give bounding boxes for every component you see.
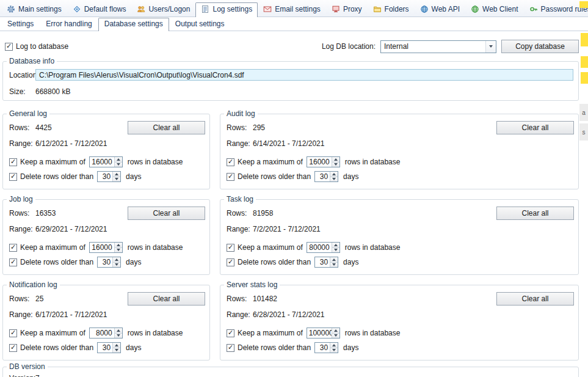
keep-maximum-spinner[interactable]: 100000 — [307, 328, 340, 339]
spinner-up-down-buttons[interactable] — [114, 328, 122, 338]
keep-maximum-spinner[interactable]: 16000 — [307, 156, 340, 167]
clear-all-button[interactable]: Clear all — [128, 292, 205, 306]
tab-default-flows[interactable]: Default flows — [67, 2, 132, 16]
keep-maximum-checkbox[interactable] — [227, 158, 234, 166]
delete-older-spinner[interactable]: 30 — [97, 342, 121, 353]
spinner-down-icon[interactable] — [115, 333, 122, 339]
spinner-up-down-buttons[interactable] — [330, 172, 338, 181]
tab-password-rules[interactable]: Password rules — [524, 2, 588, 16]
clear-all-button[interactable]: Clear all — [128, 121, 205, 134]
delete-older-spinner[interactable]: 30 — [97, 257, 121, 268]
spinner-down-icon[interactable] — [113, 348, 120, 353]
keep-maximum-checkbox[interactable] — [227, 244, 234, 252]
log-groupbox-body: Rows: 81958 Clear all Range: 7/2/2021 - … — [220, 200, 578, 274]
spinner-down-icon[interactable] — [332, 247, 339, 253]
spinner-down-icon[interactable] — [332, 162, 339, 167]
spinner-up-down-buttons[interactable] — [332, 328, 339, 338]
spinner-up-icon[interactable] — [330, 343, 338, 348]
subtab-settings[interactable]: Settings — [1, 18, 40, 31]
rows-value: 101482 — [253, 295, 277, 303]
spinner-up-down-buttons[interactable] — [112, 257, 120, 267]
spinner-down-icon[interactable] — [115, 247, 122, 253]
db-location-cluster: Log DB location: Internal Copy database — [322, 40, 579, 53]
gear-icon — [7, 5, 15, 13]
clear-all-button[interactable]: Clear all — [496, 292, 574, 306]
tab-email-settings[interactable]: Email settings — [258, 2, 326, 16]
spinner-up-icon[interactable] — [113, 257, 120, 262]
delete-older-checkbox[interactable] — [227, 258, 234, 266]
database-location-field[interactable]: C:\Program Files\Alerus\VisualCron\Outpu… — [35, 69, 573, 81]
log-groupbox-body: Rows: 101482 Clear all Range: 6/28/2021 … — [220, 285, 578, 360]
keep-maximum-checkbox[interactable] — [9, 329, 17, 337]
spinner-up-icon[interactable] — [330, 172, 338, 177]
delete-older-spinner[interactable]: 30 — [314, 171, 338, 182]
tab-users-logon[interactable]: Users/Logon — [131, 2, 195, 16]
delete-older-checkbox[interactable] — [9, 173, 17, 181]
spinner-down-icon[interactable] — [330, 177, 338, 182]
spinner-up-icon[interactable] — [332, 328, 339, 333]
keep-maximum-value: 100000 — [307, 328, 332, 338]
keep-maximum-spinner[interactable]: 8000 — [89, 328, 123, 339]
delete-older-label: Delete rows older than — [20, 172, 93, 181]
spinner-down-icon[interactable] — [113, 262, 120, 268]
spinner-up-down-buttons[interactable] — [332, 243, 339, 252]
spinner-up-down-buttons[interactable] — [114, 157, 122, 167]
delete-older-spinner[interactable]: 30 — [314, 257, 338, 268]
keep-maximum-spinner[interactable]: 80000 — [307, 242, 340, 253]
keep-maximum-checkbox[interactable] — [9, 158, 17, 166]
spinner-up-down-buttons[interactable] — [332, 157, 339, 167]
log-to-database-checkbox[interactable] — [5, 43, 13, 51]
rows-row: Rows: 25 Clear all — [7, 291, 205, 306]
spinner-down-icon[interactable] — [113, 177, 120, 182]
keep-maximum-spinner[interactable]: 16000 — [89, 242, 123, 253]
clear-all-button[interactable]: Clear all — [496, 207, 574, 220]
spinner-up-down-buttons[interactable] — [112, 172, 120, 181]
delete-older-checkbox[interactable] — [227, 344, 234, 352]
clear-all-button[interactable]: Clear all — [128, 207, 205, 220]
subtab-output-settings[interactable]: Output settings — [169, 18, 231, 31]
keep-maximum-spinner[interactable]: 16000 — [89, 156, 123, 167]
keep-maximum-checkbox[interactable] — [227, 329, 234, 337]
spinner-up-icon[interactable] — [115, 328, 122, 333]
groupbox-title: General log — [7, 109, 49, 118]
spinner-up-down-buttons[interactable] — [330, 257, 338, 267]
spinner-up-down-buttons[interactable] — [330, 343, 338, 353]
delete-older-checkbox[interactable] — [9, 344, 17, 352]
log-db-location-selected-option: Internal — [381, 42, 485, 51]
database-info-groupbox: Database info Location: C:\Program Files… — [2, 61, 579, 101]
keep-maximum-suffix: rows in database — [128, 158, 183, 166]
spinner-down-icon[interactable] — [330, 348, 338, 353]
tab-log-settings[interactable]: Log settings — [195, 2, 258, 17]
tab-web-client[interactable]: Web Client — [465, 2, 523, 16]
spinner-up-icon[interactable] — [113, 172, 120, 177]
spinner-up-icon[interactable] — [330, 257, 338, 262]
rows-value: 16353 — [35, 209, 56, 218]
proxy-monitor-icon — [332, 5, 340, 13]
tab-main-settings[interactable]: Main settings — [1, 2, 67, 16]
spinner-up-icon[interactable] — [113, 343, 120, 348]
spinner-up-down-buttons[interactable] — [112, 343, 120, 353]
spinner-up-icon[interactable] — [332, 157, 339, 162]
tab-folders[interactable]: Folders — [368, 2, 415, 16]
subtab-database-settings[interactable]: Database settings — [98, 18, 169, 31]
spinner-up-icon[interactable] — [115, 243, 122, 247]
tab-proxy[interactable]: Proxy — [326, 2, 368, 16]
delete-older-value: 30 — [315, 257, 330, 267]
delete-older-spinner[interactable]: 30 — [314, 342, 338, 353]
tab-web-api[interactable]: Web API — [415, 2, 465, 16]
spinner-up-icon[interactable] — [115, 157, 122, 162]
spinner-down-icon[interactable] — [332, 333, 339, 339]
delete-older-checkbox[interactable] — [9, 258, 17, 266]
subtab-error-handling[interactable]: Error handling — [40, 18, 98, 31]
clear-all-button[interactable]: Clear all — [496, 121, 574, 134]
chevron-down-icon[interactable] — [485, 41, 496, 53]
spinner-down-icon[interactable] — [330, 262, 338, 268]
delete-older-checkbox[interactable] — [227, 173, 234, 181]
spinner-up-down-buttons[interactable] — [114, 243, 122, 252]
spinner-down-icon[interactable] — [115, 162, 122, 167]
keep-maximum-checkbox[interactable] — [9, 244, 17, 252]
log-db-location-select[interactable]: Internal — [380, 40, 496, 53]
copy-database-button[interactable]: Copy database — [501, 40, 579, 53]
delete-older-spinner[interactable]: 30 — [97, 171, 121, 182]
spinner-up-icon[interactable] — [332, 243, 339, 247]
